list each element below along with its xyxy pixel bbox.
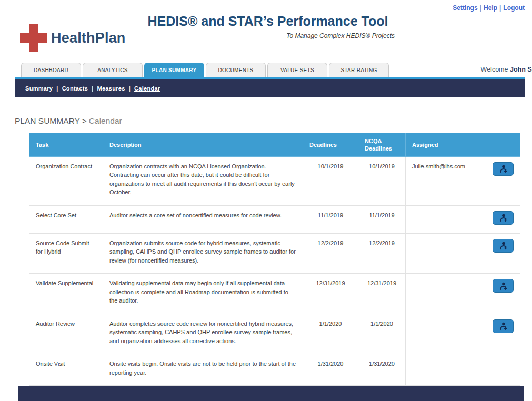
welcome-prefix: Welcome bbox=[481, 66, 510, 73]
tab-star-rating[interactable]: STAR RATING bbox=[329, 63, 389, 77]
assign-user-button[interactable] bbox=[493, 279, 514, 293]
ncqa-deadline-cell: 1/31/2020 bbox=[358, 354, 406, 386]
deadline-cell: 1/1/2020 bbox=[303, 314, 358, 354]
task-cell: Source Code Submit for Hybrid bbox=[29, 233, 103, 274]
description-cell: Organization contracts with an NCQA Lice… bbox=[103, 156, 303, 205]
task-cell: Validate Supplemental bbox=[29, 274, 103, 314]
table-row: Source Code Submit for Hybrid Organizati… bbox=[29, 233, 520, 274]
tab-analytics[interactable]: ANALYTICS bbox=[83, 63, 143, 77]
welcome-username: John Smith bbox=[510, 66, 532, 73]
table-row: Organization Contract Organization contr… bbox=[29, 156, 520, 205]
table-header-row: Task Description Deadlines NCQA Deadline… bbox=[29, 134, 520, 157]
column-header-description: Description bbox=[103, 134, 303, 157]
task-cell: Select Core Set bbox=[29, 205, 103, 233]
tab-value-sets[interactable]: VALUE SETS bbox=[267, 63, 327, 77]
description-cell: Onsite visits begin. Onsite visits are n… bbox=[103, 354, 303, 386]
deadline-cell: 12/31/2019 bbox=[303, 274, 358, 314]
assigned-cell bbox=[406, 233, 520, 274]
assign-user-button[interactable] bbox=[493, 211, 514, 225]
description-cell: Organization submits source code for hyb… bbox=[103, 233, 303, 274]
table-row: Auditor Review Auditor completes source … bbox=[29, 314, 520, 354]
main-tab-bar: DASHBOARD ANALYTICS PLAN SUMMARY DOCUMEN… bbox=[21, 61, 532, 77]
task-cell: Onsite Visit bbox=[29, 354, 103, 386]
column-header-ncqa-deadlines: NCQA Deadlines bbox=[358, 134, 406, 157]
breadcrumb-section[interactable]: PLAN SUMMARY bbox=[15, 116, 80, 125]
task-cell: Organization Contract bbox=[29, 156, 103, 205]
sub-navigation: Summary | Contacts | Measures | Calendar bbox=[15, 79, 525, 97]
app-subtitle: To Manage Complex HEDIS® Projects bbox=[141, 32, 395, 39]
deadline-cell: 1/31/2020 bbox=[303, 354, 358, 386]
column-header-task: Task bbox=[29, 134, 103, 157]
ncqa-deadline-cell: 12/2/2019 bbox=[358, 233, 406, 274]
footer-bar bbox=[18, 386, 524, 401]
subnav-separator: | bbox=[129, 85, 131, 92]
assigned-cell bbox=[406, 314, 520, 354]
page-header: HealthPlan HEDIS® and STAR’s Performance… bbox=[0, 0, 532, 61]
brand-name: HealthPlan bbox=[51, 30, 126, 46]
table-row: Onsite Visit Onsite visits begin. Onsite… bbox=[29, 354, 520, 386]
assigned-cell: Julie.smith@lhs.com bbox=[406, 156, 520, 205]
calendar-table: Task Description Deadlines NCQA Deadline… bbox=[29, 133, 520, 401]
tab-dashboard[interactable]: DASHBOARD bbox=[21, 63, 81, 77]
app-title: HEDIS® and STAR’s Performance Tool bbox=[141, 14, 395, 29]
tab-documents[interactable]: DOCUMENTS bbox=[206, 63, 266, 77]
assign-user-icon bbox=[498, 213, 508, 222]
assign-user-icon bbox=[498, 164, 508, 173]
table-row: Select Core Set Auditor selects a core s… bbox=[29, 205, 520, 233]
breadcrumb-current: Calendar bbox=[89, 116, 122, 125]
assign-user-button[interactable] bbox=[493, 162, 514, 176]
description-cell: Auditor selects a core set of noncertifi… bbox=[103, 205, 303, 233]
deadline-cell: 11/1/2019 bbox=[303, 205, 358, 233]
task-cell: Auditor Review bbox=[29, 314, 103, 354]
deadline-cell: 12/2/2019 bbox=[303, 233, 358, 274]
assign-user-icon bbox=[498, 322, 508, 330]
assigned-cell bbox=[406, 205, 520, 233]
assign-user-button[interactable] bbox=[493, 319, 514, 333]
assigned-cell bbox=[406, 354, 520, 386]
assign-user-icon bbox=[498, 241, 508, 250]
tab-plan-summary[interactable]: PLAN SUMMARY bbox=[144, 63, 204, 77]
subnav-separator: | bbox=[92, 85, 93, 92]
ncqa-deadline-cell: 12/31/2019 bbox=[358, 274, 406, 314]
ncqa-deadline-cell: 1/1/2020 bbox=[358, 314, 406, 354]
red-cross-icon bbox=[20, 24, 47, 52]
breadcrumb-separator: > bbox=[82, 116, 87, 125]
breadcrumb: PLAN SUMMARY>Calendar bbox=[15, 116, 532, 126]
table-row: Validate Supplemental Validating supplem… bbox=[29, 274, 520, 314]
subnav-item-summary[interactable]: Summary bbox=[25, 85, 53, 92]
assign-user-button[interactable] bbox=[493, 239, 514, 253]
description-cell: Auditor completes source code review for… bbox=[103, 314, 303, 354]
assigned-cell bbox=[406, 274, 520, 314]
deadline-cell: 10/1/2019 bbox=[303, 156, 358, 205]
subnav-item-calendar[interactable]: Calendar bbox=[134, 85, 160, 92]
subnav-item-measures[interactable]: Measures bbox=[97, 85, 125, 92]
ncqa-deadline-cell: 11/1/2019 bbox=[358, 205, 406, 233]
column-header-assigned: Assigned bbox=[406, 134, 520, 157]
description-cell: Validating supplemental data may begin o… bbox=[103, 274, 303, 314]
welcome-message: Welcome John Smith bbox=[481, 66, 532, 73]
column-header-deadlines: Deadlines bbox=[303, 134, 358, 157]
subnav-separator: | bbox=[56, 85, 58, 92]
assign-user-icon bbox=[498, 282, 508, 290]
assigned-email: Julie.smith@lhs.com bbox=[412, 162, 465, 171]
ncqa-deadline-cell: 10/1/2019 bbox=[358, 156, 406, 205]
subnav-item-contacts[interactable]: Contacts bbox=[62, 85, 88, 92]
